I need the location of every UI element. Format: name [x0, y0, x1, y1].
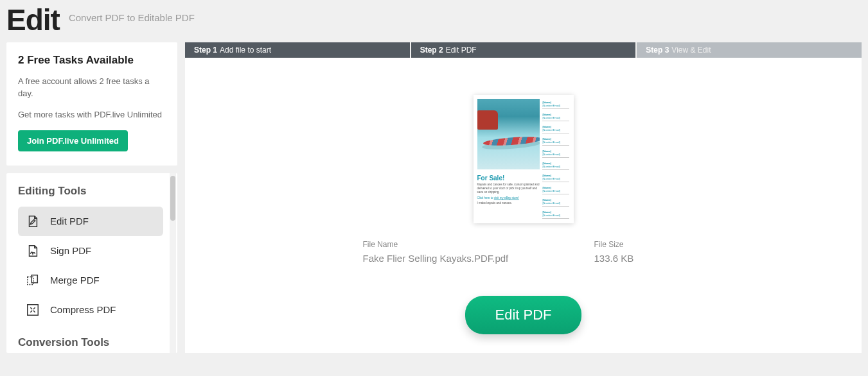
thumb-link: Click here to visit my eBay store!	[477, 196, 540, 200]
step-1[interactable]: Step 1 Add file to start	[185, 42, 410, 58]
compress-pdf-icon	[26, 303, 40, 317]
thumb-headline: For Sale!	[477, 175, 540, 182]
main: Step 1 Add file to start Step 2 Edit PDF…	[185, 42, 862, 353]
thumb-link-text: visit my eBay store!	[494, 196, 519, 200]
promo-card: 2 Free Tasks Available A free account al…	[6, 42, 177, 166]
thumb-tear: [Name][Number/Email]	[542, 137, 569, 146]
thumb-tear: [Name][Number/Email]	[542, 161, 569, 170]
file-size-value: 133.6 KB	[594, 253, 684, 264]
thumb-tear: [Name][Number/Email]	[542, 124, 569, 133]
step-text: View & Edit	[671, 46, 711, 55]
thumb-tear: [Name][Number/Email]	[542, 210, 569, 219]
thumb-tear: [Name][Number/Email]	[542, 100, 569, 109]
header: Edit Convert PDF to Editable PDF	[0, 0, 868, 42]
edit-pdf-icon	[26, 214, 40, 228]
tools-scrollbar-thumb[interactable]	[170, 176, 175, 221]
join-unlimited-button[interactable]: Join PDF.live Unlimited	[18, 130, 128, 151]
page-subtitle: Convert PDF to Editable PDF	[69, 12, 195, 23]
sidebar-item-compress-pdf[interactable]: Compress PDF	[18, 295, 163, 325]
svg-rect-1	[31, 275, 37, 282]
thumb-tear: [Name][Number/Email]	[542, 173, 569, 182]
svg-rect-0	[28, 277, 33, 284]
file-size-label: File Size	[594, 240, 684, 249]
sidebar-item-merge-pdf[interactable]: Merge PDF	[18, 266, 163, 295]
sidebar-item-edit-pdf[interactable]: Edit PDF	[18, 207, 163, 236]
step-text: Add file to start	[220, 46, 271, 55]
promo-line1: A free account allows 2 free tasks a day…	[18, 76, 166, 100]
thumb-tear: [Name][Number/Email]	[542, 198, 569, 207]
section-title-editing: Editing Tools	[18, 185, 172, 198]
thumb-left: For Sale! Kayaks and canoes for sale, cu…	[477, 99, 540, 219]
thumb-link-prefix: Click here to	[477, 196, 494, 200]
edit-pdf-button[interactable]: Edit PDF	[465, 296, 581, 334]
file-name-value: Fake Flier Selling Kayaks.PDF.pdf	[363, 253, 594, 264]
steps-bar: Step 1 Add file to start Step 2 Edit PDF…	[185, 42, 862, 58]
thumb-tear-strip: [Name][Number/Email][Name][Number/Email]…	[540, 99, 569, 219]
sidebar: 2 Free Tasks Available A free account al…	[6, 42, 177, 353]
sidebar-item-sign-pdf[interactable]: Sign PDF	[18, 236, 163, 266]
step-text: Edit PDF	[446, 46, 477, 55]
step-2[interactable]: Step 2 Edit PDF	[411, 42, 636, 58]
step-label: Step 3	[646, 46, 669, 55]
sidebar-item-label: Compress PDF	[50, 304, 116, 315]
thumb-tear: [Name][Number/Email]	[542, 149, 569, 158]
thumb-footer: I make kayaks and canoes.	[477, 201, 540, 205]
page-title: Edit	[6, 3, 60, 37]
sidebar-item-label: Merge PDF	[50, 275, 100, 286]
step-label: Step 1	[194, 46, 217, 55]
tools-scrollbar[interactable]	[170, 173, 176, 353]
file-name-label: File Name	[363, 240, 594, 249]
sidebar-item-label: Sign PDF	[50, 245, 91, 256]
promo-title: 2 Free Tasks Available	[18, 54, 166, 67]
thumb-desc: Kayaks and canoes for sale, custom paint…	[477, 183, 540, 194]
thumb-tear: [Name][Number/Email]	[542, 185, 569, 194]
tools-card: Editing Tools Edit PDF Sign PDF	[6, 173, 177, 353]
content-area: For Sale! Kayaks and canoes for sale, cu…	[185, 58, 862, 353]
promo-line2: Get more tasks with PDF.live Unlimited	[18, 109, 166, 121]
file-thumbnail[interactable]: For Sale! Kayaks and canoes for sale, cu…	[474, 95, 574, 223]
sign-pdf-icon	[26, 244, 40, 258]
section-title-conversion: Conversion Tools	[18, 336, 172, 349]
svg-rect-2	[28, 304, 39, 315]
thumb-tear: [Name][Number/Email]	[542, 112, 569, 121]
file-info: File Name Fake Flier Selling Kayaks.PDF.…	[363, 240, 684, 264]
merge-pdf-icon	[26, 273, 40, 287]
step-label: Step 2	[420, 46, 443, 55]
step-3: Step 3 View & Edit	[637, 42, 862, 58]
thumb-image	[477, 99, 540, 169]
sidebar-item-label: Edit PDF	[50, 216, 89, 226]
